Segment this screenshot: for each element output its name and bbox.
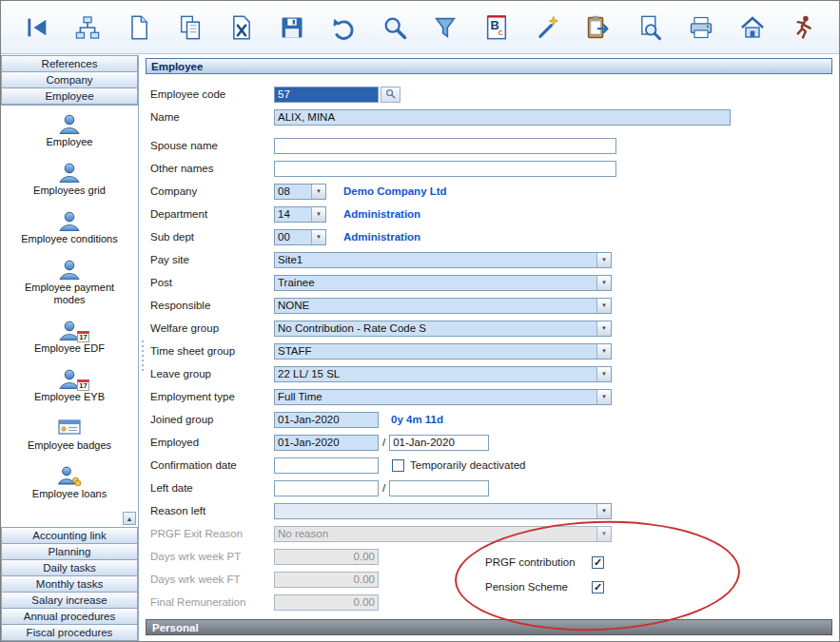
toolbar-wand-button[interactable] — [527, 9, 569, 47]
sidebar-item-employee-payment-modes[interactable]: Employee payment modes — [1, 257, 138, 306]
pay-site-select[interactable]: Site1 — [274, 252, 612, 268]
responsible-label: Responsible — [150, 300, 274, 311]
time-sheet-group-select[interactable]: STAFF — [274, 343, 612, 360]
form-row-pay-site: Pay site Site1 — [139, 248, 839, 271]
toolbar-back-button[interactable] — [16, 9, 58, 47]
person-icon — [57, 257, 82, 280]
main-content: Employee Employee code 57 Name ALIX, MIN… — [139, 55, 839, 641]
home-icon — [739, 14, 766, 41]
svg-text:c: c — [498, 28, 503, 37]
toolbar-exit-button[interactable] — [782, 9, 824, 47]
employee-code-input[interactable]: 57 — [274, 87, 379, 103]
toolbar-delete-button[interactable] — [221, 9, 263, 47]
responsible-select[interactable]: NONE — [274, 298, 612, 314]
sidebar-item-employee-badges[interactable]: Employee badges — [1, 415, 138, 452]
temporarily-deactivated-checkbox[interactable] — [392, 459, 404, 472]
chevron-down-icon — [596, 321, 611, 336]
clipboard-transfer-icon — [585, 14, 612, 41]
employed-to-input[interactable]: 01-Jan-2020 — [389, 435, 489, 451]
sidebar-item-employee-loans[interactable]: Employee loans — [1, 463, 138, 500]
nav-scroll-up-button[interactable]: ▲ — [123, 512, 136, 525]
department-code-value: 14 — [275, 207, 311, 222]
department-code-select[interactable]: 14 — [274, 206, 326, 223]
joined-group-label: Joined group — [150, 414, 274, 425]
form-row-employed: Employed 01-Jan-2020 / 01-Jan-2020 — [139, 431, 839, 454]
pension-scheme-checkbox[interactable]: ✓ — [592, 581, 604, 593]
form-row-company: Company 08 Demo Company Ltd — [139, 180, 839, 203]
toolbar-undo-button[interactable] — [322, 9, 364, 47]
toolbar-save-button[interactable] — [271, 9, 313, 47]
pay-site-value: Site1 — [275, 253, 596, 267]
toolbar-preview-button[interactable] — [629, 9, 671, 47]
form-row-post: Post Trainee — [139, 271, 839, 294]
main-toolbar: Bc — [1, 1, 839, 54]
sidebar-button-annual-procedures[interactable]: Annual procedures — [1, 608, 138, 625]
sidebar-button-planning[interactable]: Planning — [1, 543, 138, 560]
sidebar-button-accounting-link[interactable]: Accounting link — [1, 527, 138, 544]
sidebar-button-monthly-tasks[interactable]: Monthly tasks — [1, 575, 138, 593]
left-date-to-input[interactable] — [389, 480, 489, 496]
print-icon — [688, 14, 714, 41]
name-input[interactable]: ALIX, MINA — [274, 109, 731, 126]
leave-group-select[interactable]: 22 LL/ 15 SL — [274, 366, 612, 382]
person-calendar-icon: 17 — [57, 318, 82, 340]
employment-type-label: Employment type — [150, 391, 274, 402]
toolbar-bc-button[interactable]: Bc — [476, 9, 518, 47]
person-icon — [57, 208, 82, 231]
toolbar-filter-button[interactable] — [424, 9, 466, 47]
save-icon — [279, 14, 305, 41]
toolbar-home-button[interactable] — [732, 9, 773, 47]
sidebar-item-employee-conditions[interactable]: Employee conditions — [1, 208, 138, 245]
chevron-down-icon — [596, 344, 611, 359]
post-select[interactable]: Trainee — [274, 275, 612, 291]
sub-dept-code-select[interactable]: 00 — [274, 229, 326, 245]
splitter-handle[interactable] — [140, 340, 145, 371]
welfare-group-value: No Contribution - Rate Code S — [275, 321, 596, 336]
employment-type-value: Full Time — [275, 390, 596, 404]
employee-lookup-button[interactable] — [381, 87, 400, 103]
person-icon — [57, 111, 82, 134]
toolbar-search-button[interactable] — [374, 9, 416, 47]
company-name-text: Demo Company Ltd — [343, 185, 447, 197]
sub-dept-code-value: 00 — [275, 230, 311, 244]
sidebar-item-employee[interactable]: Employee — [1, 111, 138, 148]
prgf-contribution-checkbox[interactable]: ✓ — [592, 556, 604, 569]
sidebar-button-references[interactable]: References — [1, 55, 138, 72]
other-names-input[interactable] — [274, 161, 616, 177]
left-date-from-input[interactable] — [274, 480, 379, 496]
toolbar-clipboard-button[interactable] — [577, 9, 619, 47]
company-code-select[interactable]: 08 — [274, 184, 326, 200]
sidebar-item-employees-grid[interactable]: Employees grid — [1, 160, 138, 197]
sidebar-button-company[interactable]: Company — [1, 71, 138, 88]
form-section-title: Employee — [146, 58, 832, 74]
spouse-name-input[interactable] — [274, 138, 616, 154]
tree-view-icon — [74, 14, 101, 41]
company-code-value: 08 — [275, 185, 311, 199]
person-icon — [57, 160, 82, 183]
days-wrk-week-pt-label: Days wrk week PT — [150, 551, 274, 562]
sidebar-button-fiscal-procedures[interactable]: Fiscal procedures — [1, 624, 138, 641]
form-row-welfare-group: Welfare group No Contribution - Rate Cod… — [139, 317, 839, 340]
employed-from-input[interactable]: 01-Jan-2020 — [274, 435, 379, 451]
confirmation-date-input[interactable] — [274, 457, 379, 474]
sidebar-button-daily-tasks[interactable]: Daily tasks — [1, 559, 138, 576]
sidebar-button-salary-increase[interactable]: Salary increase — [1, 592, 138, 609]
confirmation-date-label: Confirmation date — [150, 459, 274, 471]
toolbar-new-button[interactable] — [118, 9, 160, 47]
welfare-group-select[interactable]: No Contribution - Rate Code S — [274, 321, 612, 337]
copy-icon — [177, 14, 204, 41]
sidebar-button-employee[interactable]: Employee — [1, 88, 138, 105]
prgf-exit-reason-value: No reason — [275, 527, 596, 541]
toolbar-tree-button[interactable] — [67, 9, 108, 47]
reason-left-select[interactable] — [274, 503, 612, 519]
sidebar-item-employee-edf[interactable]: 17 Employee EDF — [1, 318, 138, 355]
bc-document-icon: Bc — [483, 14, 510, 41]
person-money-icon — [57, 463, 82, 486]
toolbar-print-button[interactable] — [680, 9, 722, 47]
employment-type-select[interactable]: Full Time — [274, 389, 612, 405]
delete-icon — [228, 14, 255, 41]
sidebar-item-employee-eyb[interactable]: 17 Employee EYB — [1, 366, 138, 403]
form-row-joined-group: Joined group 01-Jan-2020 0y 4m 11d — [139, 408, 839, 431]
joined-group-date-input[interactable]: 01-Jan-2020 — [274, 412, 379, 428]
toolbar-copy-button[interactable] — [169, 9, 211, 47]
